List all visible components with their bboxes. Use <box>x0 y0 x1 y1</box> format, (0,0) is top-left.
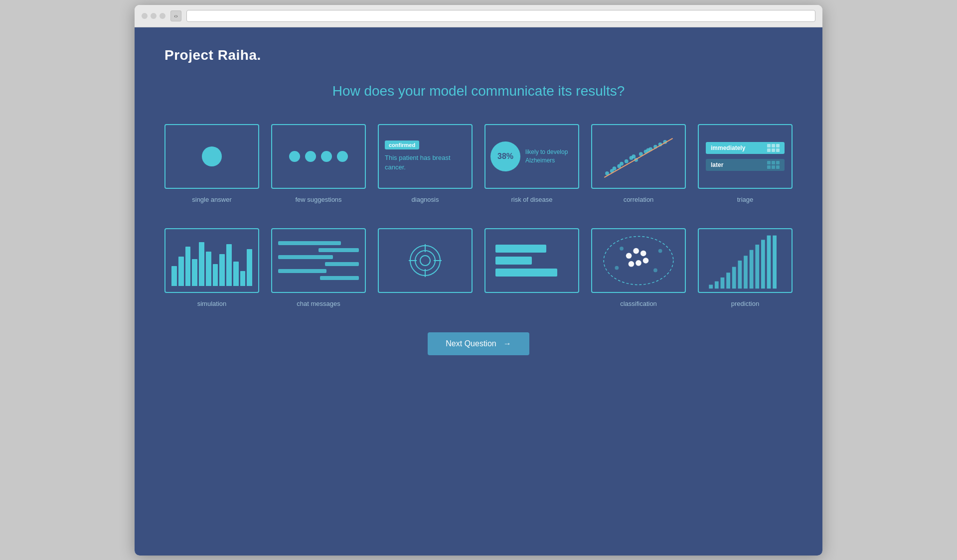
card-bar-chart[interactable] <box>484 228 579 307</box>
card-box-chat-messages[interactable] <box>271 228 366 293</box>
chat-line-5 <box>278 269 326 273</box>
chat-line-6 <box>320 276 359 280</box>
risk-icon: 38% likely to develop Alzheimers <box>485 137 578 176</box>
sim-bar <box>247 249 252 285</box>
card-label-triage: triage <box>737 196 754 203</box>
target-icon <box>408 243 443 278</box>
svg-point-33 <box>653 268 657 272</box>
dot-red <box>142 13 148 19</box>
card-label-risk-of-disease: risk of disease <box>511 196 552 203</box>
cards-row-2: simulation chat messages <box>164 228 793 307</box>
next-question-button[interactable]: Next Question → <box>428 332 529 355</box>
svg-point-25 <box>626 253 632 259</box>
sim-bar <box>233 262 239 286</box>
card-box-simulation[interactable] <box>164 228 259 293</box>
svg-rect-42 <box>750 250 754 288</box>
card-label-correlation: correlation <box>624 196 654 203</box>
next-button-wrap: Next Question → <box>164 332 793 355</box>
page-question: How does your model communicate its resu… <box>164 83 793 99</box>
bar-row-1 <box>495 245 546 253</box>
triage-immediately: immediately <box>706 142 785 154</box>
card-target[interactable] <box>378 228 473 307</box>
card-box-diagnosis[interactable]: confirmed This patient has breast cancer… <box>378 124 473 189</box>
svg-point-26 <box>633 248 639 254</box>
svg-rect-39 <box>732 267 736 288</box>
triage-later: later <box>706 159 785 171</box>
sim-bar <box>192 259 197 286</box>
bar-chart-icon <box>485 236 578 285</box>
browser-window: ‹› Project Raiha. How does your model co… <box>135 5 822 556</box>
svg-rect-44 <box>761 240 765 288</box>
card-box-triage[interactable]: immediately later <box>698 124 793 189</box>
card-label-single-answer: single answer <box>192 196 232 203</box>
bar-row-2 <box>495 257 532 265</box>
card-diagnosis[interactable]: confirmed This patient has breast cancer… <box>378 124 473 203</box>
card-single-answer[interactable]: single answer <box>164 124 259 203</box>
svg-rect-45 <box>767 235 771 288</box>
chat-line-2 <box>319 248 359 252</box>
card-prediction[interactable]: prediction <box>698 228 793 307</box>
sim-bar <box>226 244 232 285</box>
sim-bar <box>171 266 177 285</box>
svg-point-18 <box>415 251 435 271</box>
correlation-icon <box>592 125 685 188</box>
svg-rect-35 <box>709 284 713 288</box>
card-box-bar-chart[interactable] <box>484 228 579 293</box>
svg-rect-40 <box>738 261 742 288</box>
card-triage[interactable]: immediately later <box>698 124 793 203</box>
few-suggestions-icon <box>289 151 348 162</box>
app-title: Project Raiha. <box>164 47 793 63</box>
card-box-few-suggestions[interactable] <box>271 124 366 189</box>
card-label-diagnosis: diagnosis <box>412 196 439 203</box>
card-box-correlation[interactable] <box>591 124 686 189</box>
card-box-risk-of-disease[interactable]: 38% likely to develop Alzheimers <box>484 124 579 189</box>
dot-4 <box>337 151 348 162</box>
triage-icon: immediately later <box>699 135 792 178</box>
browser-nav: ‹› <box>170 10 181 21</box>
chat-line-1 <box>278 241 341 245</box>
card-label-prediction: prediction <box>731 300 759 307</box>
card-risk-of-disease[interactable]: 38% likely to develop Alzheimers risk of… <box>484 124 579 203</box>
sim-bar <box>206 252 211 285</box>
browser-dots <box>142 13 165 19</box>
card-label-chat-messages: chat messages <box>297 300 340 307</box>
card-box-prediction[interactable] <box>698 228 793 293</box>
svg-rect-37 <box>721 277 725 288</box>
card-correlation[interactable]: correlation <box>591 124 686 203</box>
card-box-single-answer[interactable] <box>164 124 259 189</box>
classification-icon <box>592 229 685 292</box>
card-classification[interactable]: classification <box>591 228 686 307</box>
dot-green <box>160 13 165 19</box>
diagnosis-badge: confirmed <box>385 140 419 149</box>
risk-circle: 38% <box>490 141 520 171</box>
app-content: Project Raiha. How does your model commu… <box>135 27 822 556</box>
svg-point-3 <box>620 161 624 165</box>
svg-rect-36 <box>715 281 719 288</box>
svg-rect-41 <box>744 256 748 288</box>
svg-point-29 <box>636 260 641 266</box>
risk-pct: 38% <box>497 152 513 161</box>
svg-rect-38 <box>726 273 730 288</box>
card-chat-messages[interactable]: chat messages <box>271 228 366 307</box>
back-button[interactable]: ‹› <box>170 10 181 21</box>
card-box-classification[interactable] <box>591 228 686 293</box>
address-bar[interactable] <box>186 10 815 22</box>
svg-point-14 <box>632 154 636 158</box>
browser-chrome: ‹› <box>135 5 822 27</box>
diagnosis-icon: confirmed This patient has breast cancer… <box>379 125 472 188</box>
chat-line-3 <box>278 255 333 259</box>
dot-1 <box>289 151 300 162</box>
card-few-suggestions[interactable]: few suggestions <box>271 124 366 203</box>
dot-2 <box>305 151 316 162</box>
prediction-icon <box>699 229 792 292</box>
next-button-arrow: → <box>503 339 511 348</box>
svg-point-34 <box>620 246 624 250</box>
card-box-target[interactable] <box>378 228 473 293</box>
svg-point-28 <box>643 258 649 264</box>
bar-row-3 <box>495 269 557 277</box>
sim-bar <box>219 254 225 286</box>
simulation-icon <box>165 229 258 292</box>
card-simulation[interactable]: simulation <box>164 228 259 307</box>
chat-icon <box>272 235 365 286</box>
sim-bar <box>185 247 191 285</box>
